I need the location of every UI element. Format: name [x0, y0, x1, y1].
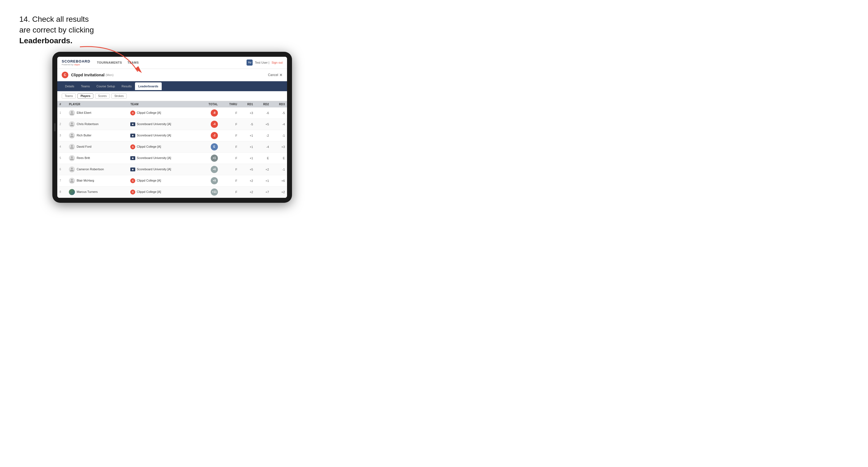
cell-thru: F — [220, 130, 239, 141]
cell-thru: F — [220, 175, 239, 186]
cell-rank: 5 — [57, 152, 67, 164]
filter-scores-button[interactable]: Scores — [95, 93, 110, 99]
cell-rank: 2 — [57, 119, 67, 130]
score-badge: +11 — [211, 188, 218, 196]
cell-rd3: -1 — [271, 130, 287, 141]
cell-rd3: +3 — [271, 141, 287, 152]
tab-details[interactable]: Details — [62, 82, 78, 90]
cell-rank: 1 — [57, 107, 67, 119]
tab-bar: Details Teams Course Setup Results Leade… — [57, 81, 287, 91]
team-logo-scoreboard: ▦ — [130, 122, 135, 126]
nav-links: TOURNAMENTS TEAMS — [97, 60, 247, 65]
cell-rd2: -4 — [255, 141, 271, 152]
cell-team: CClippd College [A] — [128, 141, 198, 152]
table-row: 1Elliot EbertCClippd College [A]-8F+3-6-… — [57, 107, 287, 119]
cell-rank: 6 — [57, 164, 67, 175]
cell-thru: F — [220, 107, 239, 119]
team-name: Clippd College [A] — [136, 111, 161, 114]
page-container: 14. Check all results are correct by cli… — [8, 8, 860, 208]
filter-strokes-button[interactable]: Strokes — [111, 93, 127, 99]
filter-teams-button[interactable]: Teams — [62, 93, 76, 99]
score-badge: E — [211, 143, 218, 150]
score-badge: +9 — [211, 177, 218, 184]
cell-rd2: +7 — [255, 186, 271, 197]
cell-total: -2 — [198, 130, 220, 141]
cell-rd3: E — [271, 152, 287, 164]
tab-leaderboards[interactable]: Leaderboards — [135, 82, 162, 90]
filter-players-button[interactable]: Players — [78, 93, 93, 99]
cell-team: ▦Scoreboard University [A] — [128, 164, 198, 175]
cell-rank: 7 — [57, 175, 67, 186]
team-logo-clippd: C — [130, 178, 135, 183]
cell-rd1: +1 — [239, 141, 255, 152]
cell-player: Cameron Robertson — [67, 164, 128, 175]
col-player: PLAYER — [67, 101, 128, 107]
tournament-logo: C — [62, 72, 68, 78]
cell-rank: 8 — [57, 186, 67, 197]
cell-thru: F — [220, 141, 239, 152]
player-name: Elliot Ebert — [76, 111, 91, 114]
nav-tournaments[interactable]: TOURNAMENTS — [97, 60, 122, 65]
cell-total: +11 — [198, 186, 220, 197]
player-avatar — [69, 178, 75, 184]
cell-rd2: -6 — [255, 107, 271, 119]
cell-rd1: +2 — [239, 175, 255, 186]
score-badge: -8 — [211, 110, 218, 117]
cell-rd1: +3 — [239, 107, 255, 119]
cell-thru: F — [220, 186, 239, 197]
table-header-row: # PLAYER TEAM TOTAL THRU RD1 RD2 RD3 — [57, 101, 287, 107]
player-name: Rees Britt — [76, 156, 90, 159]
tablet-device: SCOREBOARD Powered by clippd TOURNAMENTS… — [52, 52, 292, 203]
table-row: 2Chris Robertson▦Scoreboard University [… — [57, 119, 287, 130]
tablet-sidebar-toggle — [54, 123, 56, 131]
tournament-name: Clippd Invitational — [71, 73, 104, 77]
cell-total: E — [198, 141, 220, 152]
table-row: 8Marcus TurnersCClippd College [A]+11F+2… — [57, 186, 287, 197]
table-row: 5Rees Britt▦Scoreboard University [A]+1F… — [57, 152, 287, 164]
player-avatar — [69, 166, 75, 173]
cancel-button[interactable]: Cancel ✕ — [268, 73, 283, 77]
col-rd1: RD1 — [239, 101, 255, 107]
team-logo-clippd: C — [130, 111, 135, 116]
team-logo-clippd: C — [130, 144, 135, 149]
col-rank: # — [57, 101, 67, 107]
cell-rd3: +6 — [271, 175, 287, 186]
team-name: Scoreboard University [A] — [136, 156, 171, 159]
signout-link[interactable]: Sign out — [272, 61, 283, 64]
team-name: Scoreboard University [A] — [136, 122, 171, 126]
filter-bar: Teams Players Scores Strokes — [57, 91, 287, 101]
player-name: Chris Robertson — [76, 122, 98, 125]
cell-rd1: +1 — [239, 152, 255, 164]
score-badge: -4 — [211, 121, 218, 128]
score-badge: -2 — [211, 132, 218, 139]
player-name: Cameron Robertson — [76, 167, 104, 170]
cell-thru: F — [220, 152, 239, 164]
team-logo-scoreboard: ▦ — [130, 156, 135, 160]
team-logo-scoreboard: ▦ — [130, 134, 135, 137]
tab-teams[interactable]: Teams — [78, 82, 93, 90]
cell-player: Blair McHarg — [67, 175, 128, 186]
cell-rd2: +1 — [255, 175, 271, 186]
tab-course-setup[interactable]: Course Setup — [93, 82, 118, 90]
logo-scoreboard: SCOREBOARD — [62, 59, 90, 63]
cell-rd2: E — [255, 152, 271, 164]
cell-rd1: +1 — [239, 130, 255, 141]
cell-team: ▦Scoreboard University [A] — [128, 152, 198, 164]
cell-team: CClippd College [A] — [128, 186, 198, 197]
col-total: TOTAL — [198, 101, 220, 107]
nav-right: TU Test User | Sign out — [247, 60, 283, 66]
tournament-gender: (Men) — [105, 73, 114, 76]
cell-rd3: +2 — [271, 186, 287, 197]
tab-results[interactable]: Results — [118, 82, 135, 90]
table-row: 7Blair McHargCClippd College [A]+9F+2+1+… — [57, 175, 287, 186]
player-name: Marcus Turners — [76, 190, 97, 193]
col-rd2: RD2 — [255, 101, 271, 107]
table-row: 6Cameron Robertson▦Scoreboard University… — [57, 164, 287, 175]
tablet-container: SCOREBOARD Powered by clippd TOURNAMENTS… — [52, 52, 849, 203]
logo-powered: Powered by clippd — [62, 63, 90, 66]
cell-player: Rees Britt — [67, 152, 128, 164]
col-thru: THRU — [220, 101, 239, 107]
nav-teams[interactable]: TEAMS — [128, 60, 139, 65]
user-avatar: TU — [247, 60, 253, 66]
player-name: David Ford — [76, 145, 91, 148]
